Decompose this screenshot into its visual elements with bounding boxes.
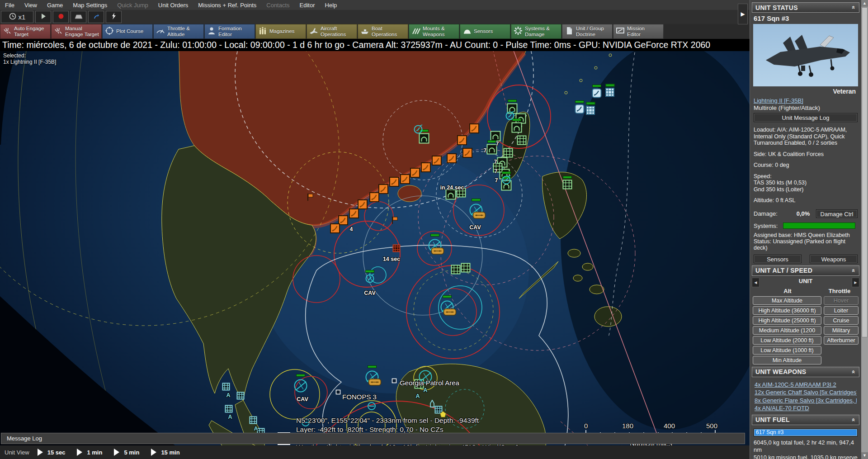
unit-type-link[interactable]: Lightning II [F-35B] — [754, 97, 858, 104]
throttle-button-cruise[interactable]: Cruise — [824, 316, 859, 325]
weapon-link-0[interactable]: 4x AIM-120C-5 AMRAAM P3I.2 — [755, 381, 857, 389]
scroll-down-icon[interactable]: ▼ — [861, 452, 868, 459]
boat-operations-button[interactable]: BoatOperations — [358, 24, 408, 39]
systems-damage-button[interactable]: Systems &Damage — [511, 24, 561, 39]
map-unit-rp[interactable] — [335, 388, 341, 397]
record-button[interactable] — [53, 11, 69, 23]
alt-speed-header[interactable]: UNIT ALT / SPEED « — [752, 265, 859, 276]
map-unit-or[interactable] — [378, 184, 389, 196]
throttle-button-loiter[interactable]: Loiter — [824, 306, 859, 315]
unit-group-doctrine-button[interactable]: Unit / GroupDoctrine — [562, 24, 613, 39]
message-log-bar[interactable]: Message Log — [1, 433, 745, 444]
throttle-altitude-button[interactable]: Throttle &Altitude — [153, 24, 204, 39]
sensors-button[interactable]: Sensors — [754, 255, 802, 263]
weapon-link-3[interactable]: 4x AN/ALE-70 FOTD — [755, 404, 857, 412]
map-unit-rp[interactable] — [392, 377, 397, 385]
menu-item-contacts[interactable]: Contacts — [261, 2, 294, 9]
map-unit-amber[interactable] — [443, 308, 457, 318]
map-unit-heli[interactable] — [505, 111, 515, 123]
map-unit-bgr[interactable] — [586, 106, 595, 117]
map-unit-or[interactable] — [462, 148, 473, 160]
map-unit-or[interactable] — [469, 123, 480, 136]
map-unit-or[interactable] — [457, 135, 467, 147]
time-step-15-sec[interactable]: 15 sec — [38, 449, 66, 456]
map-unit-or[interactable] — [330, 223, 340, 236]
unit-fuel-header[interactable]: UNIT FUEL « — [752, 415, 859, 425]
menu-item-missions-ref-points[interactable]: Missions + Ref. Points — [193, 2, 261, 9]
sidebar-scrollbar[interactable]: ▲ ▼ — [861, 0, 868, 459]
map-unit-ga[interactable] — [511, 122, 522, 135]
alt-button-1[interactable]: High Altitude (36000 ft) — [753, 306, 821, 315]
fuel-selected-unit[interactable]: 617 Sqn #3 — [754, 429, 858, 436]
map-unit-cg[interactable] — [236, 392, 245, 402]
collapse-chevron-icon[interactable]: « — [851, 418, 858, 421]
alt-button-0[interactable]: Max Altitude — [753, 296, 821, 305]
map-unit-flag[interactable] — [391, 216, 398, 226]
scope-prev-button[interactable]: ◄ — [752, 278, 760, 287]
auto-engage-target-button[interactable]: Auto EngageTarget — [0, 24, 51, 39]
weapon-link-1[interactable]: 12x Generic Chaff Salvo [5x Cartridges] — [755, 388, 857, 397]
map-unit-gg[interactable] — [451, 265, 461, 276]
map-unit-bgr[interactable] — [605, 88, 615, 99]
sensors-button[interactable]: Sensors — [460, 24, 510, 39]
sim-speed-button[interactable]: x1 — [1, 11, 33, 23]
map-unit-or[interactable] — [369, 192, 380, 204]
alt-button-5[interactable]: Low Altitude (1000 ft) — [753, 346, 821, 355]
map-unit-cg[interactable] — [249, 416, 257, 426]
alt-button-3[interactable]: Medium Altitude (1200 — [753, 326, 821, 335]
map-unit-or[interactable] — [447, 153, 457, 166]
map-unit-amber[interactable] — [431, 246, 444, 257]
scrollbar-thumb[interactable] — [862, 7, 868, 337]
map-unit-flag[interactable] — [307, 193, 314, 203]
menu-item-game[interactable]: Game — [42, 2, 68, 9]
aircraft-operations-button[interactable]: AircraftOperations — [307, 24, 357, 39]
pulse-button[interactable] — [106, 11, 122, 23]
time-step-15-min[interactable]: 15 min — [151, 449, 179, 456]
weapon-link-2[interactable]: 8x Generic Flare Salvo [3x Cartridges, D… — [755, 397, 857, 405]
unit-status-header[interactable]: UNIT STATUS « — [752, 2, 859, 13]
time-step-1-min[interactable]: 1 min — [77, 449, 102, 456]
map-unit-gg[interactable] — [517, 135, 527, 147]
map-unit-redgrid[interactable] — [392, 244, 401, 254]
menu-item-file[interactable]: File — [0, 2, 19, 9]
collapse-chevron-icon[interactable]: « — [851, 6, 858, 9]
alt-button-6[interactable]: Min Altitude — [753, 356, 821, 364]
menu-item-unit-orders[interactable]: Unit Orders — [153, 2, 193, 9]
unit-weapons-header[interactable]: UNIT WEAPONS « — [752, 367, 859, 377]
map-unit-or[interactable] — [421, 162, 431, 175]
mounts-weapons-button[interactable]: Mounts &Weapons — [409, 24, 459, 39]
alt-button-4[interactable]: Low Altitude (2000 ft) — [753, 336, 821, 345]
map-unit-cg[interactable] — [222, 383, 230, 393]
play-button[interactable] — [35, 11, 51, 23]
map-unit-amber[interactable] — [368, 378, 382, 388]
map-unit-gg[interactable] — [562, 180, 572, 191]
menu-item-view[interactable]: View — [19, 2, 42, 9]
map-unit-or[interactable] — [432, 156, 442, 168]
sidebar-collapse-tab[interactable]: ▶ — [738, 4, 748, 24]
unit-message-log-button[interactable]: Unit Message Log — [754, 113, 858, 122]
map-unit-or[interactable] — [349, 208, 359, 221]
damage-ctrl-button[interactable]: Damage Ctrl — [816, 209, 858, 218]
map-unit-or[interactable] — [389, 177, 400, 189]
map-unit-amber[interactable] — [472, 211, 486, 222]
collapse-chevron-icon[interactable]: « — [851, 370, 858, 374]
map-unit-bc[interactable] — [575, 104, 585, 116]
weapons-button[interactable]: Weapons — [810, 255, 858, 263]
collapse-chevron-icon[interactable]: « — [851, 269, 858, 272]
map-unit-or[interactable] — [410, 168, 420, 180]
map-unit-cg[interactable] — [225, 405, 233, 415]
map-unit-heli[interactable] — [413, 124, 423, 136]
jump-button[interactable] — [88, 11, 104, 23]
map-unit-ga[interactable] — [445, 189, 456, 202]
menu-item-quick-jump[interactable]: Quick Jump — [112, 2, 153, 9]
manual-engage-target-button[interactable]: ManualEngage Target — [51, 24, 102, 39]
menu-item-editor[interactable]: Editor — [295, 2, 320, 9]
formation-editor-button[interactable]: FormationEditor — [204, 24, 255, 39]
time-step-5-min[interactable]: 5 min — [114, 449, 139, 456]
scroll-up-icon[interactable]: ▲ — [861, 0, 868, 7]
alt-button-2[interactable]: High Altitude (25000 ft) — [753, 316, 821, 325]
map-unit-gg[interactable] — [461, 263, 471, 274]
map-unit-or[interactable] — [400, 174, 410, 186]
scope-next-button[interactable]: ► — [852, 278, 859, 287]
magazines-button[interactable]: Magazines — [255, 24, 306, 39]
